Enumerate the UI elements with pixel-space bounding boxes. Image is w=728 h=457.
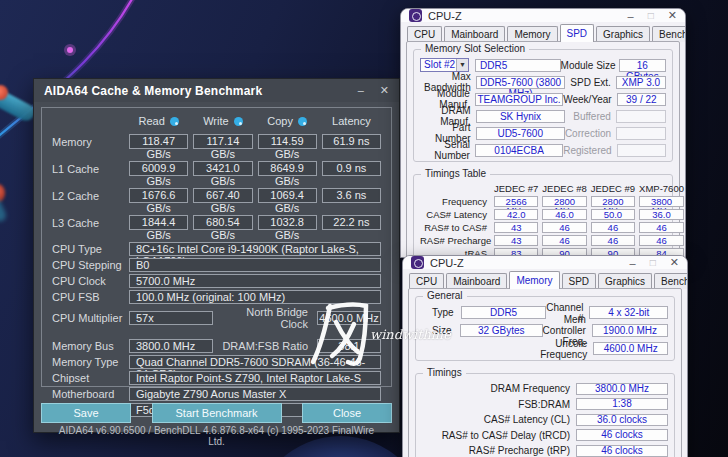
memory-bus-value: 3800.0 MHz — [129, 339, 213, 353]
uncore-row: Uncore Frequency 4600.0 MHz — [422, 341, 668, 356]
correction-label: Correction — [565, 128, 616, 139]
comment-bubble-icon[interactable] — [234, 117, 243, 126]
cpu-type-value: 8C+16c Intel Core i9-14900K (Raptor Lake… — [129, 242, 381, 256]
wallpaper-teal-tube — [0, 87, 37, 124]
group-title: General — [423, 290, 467, 301]
chevron-down-icon[interactable]: ▼ — [456, 59, 468, 71]
cpuz-titlebar[interactable]: CPU-Z – □ ✕ — [403, 256, 687, 269]
ras-to-cas-value: 46 — [639, 222, 684, 233]
size-value: 32 GBytes — [460, 324, 543, 337]
l3-read-value: 1844.4 GB/s — [129, 215, 188, 230]
serial-number-label: Serial Number — [420, 139, 475, 161]
close-icon[interactable]: ✕ — [670, 256, 679, 269]
tab-cpu[interactable]: CPU — [407, 26, 442, 42]
aida64-benchmark-window: AIDA64 Cache & Memory Benchmark – ✕ Read… — [33, 78, 400, 433]
cpu-stepping-value: B0 — [129, 258, 381, 272]
comment-bubble-icon[interactable] — [298, 117, 307, 126]
bench-row-memory: Memory 118.47 GB/s 117.14 GB/s 114.59 GB… — [52, 134, 381, 149]
window-title: CPU-Z — [430, 257, 464, 269]
close-button[interactable]: Close — [302, 403, 392, 423]
mem-controller-freq-value: 1900.0 MHz — [592, 324, 668, 337]
memory-slot-selection-group: Memory Slot Selection Slot #2 ▼ DDR5 Mod… — [413, 49, 673, 162]
row-label: Memory — [52, 136, 124, 148]
timing-row: RAS# to CAS# Delay (tRCD) 46 clocks — [422, 429, 668, 442]
trcd-label: RAS# to CAS# Delay (tRCD) — [422, 430, 576, 441]
column-copy: Copy — [267, 115, 293, 127]
ras-to-cas-value: 46 — [591, 222, 635, 233]
tab-memory[interactable]: Memory — [509, 271, 559, 289]
tab-spd[interactable]: SPD — [560, 24, 595, 42]
cpu-multiplier-value: 57x — [129, 311, 213, 325]
aida64-titlebar[interactable]: AIDA64 Cache & Memory Benchmark – ✕ — [34, 79, 399, 102]
dram-frequency-label: DRAM Frequency — [422, 383, 576, 394]
ras-precharge-value: 46 — [542, 235, 586, 246]
cas-latency-label: CAS# Latency — [420, 209, 490, 220]
trp-value: 46 clocks — [576, 445, 668, 457]
cas-latency-value: 36.0 — [639, 209, 684, 220]
row-label: L1 Cache — [52, 163, 124, 175]
l2-copy-value: 1069.4 GB/s — [258, 188, 317, 203]
minimize-icon[interactable]: – — [630, 257, 636, 269]
memory-type-label: Memory Type — [52, 356, 124, 368]
timing-col-jedec8: JEDEC #8 — [542, 183, 586, 194]
cpuz-titlebar[interactable]: CPU-Z – □ ✕ — [401, 9, 685, 22]
minimize-icon[interactable]: – — [628, 10, 634, 22]
tab-bench[interactable]: Bench — [654, 273, 688, 289]
start-benchmark-button[interactable]: Start Benchmark — [152, 403, 282, 423]
wallpaper-teal-shape — [0, 195, 8, 224]
cpu-multiplier-label: CPU Multiplier — [52, 312, 124, 324]
tab-graphics[interactable]: Graphics — [598, 273, 652, 289]
channel-value: 4 x 32-bit — [589, 306, 668, 319]
cpu-multiplier-row: CPU Multiplier 57x North Bridge Clock 46… — [52, 306, 381, 330]
frequency-value: 3800 MHz — [639, 196, 684, 207]
window-title: CPU-Z — [428, 10, 462, 22]
timing-row: DRAM Frequency 3800.0 MHz — [422, 382, 668, 395]
serial-number-value: 0104ECBA — [475, 144, 563, 157]
slot-selected-value: Slot #2 — [421, 59, 456, 71]
tab-cpu[interactable]: CPU — [409, 273, 444, 289]
timing-row: FSB:DRAM 1:38 — [422, 398, 668, 411]
timing-row: RAS# Precharge (tRP) 46 clocks — [422, 444, 668, 457]
registered-value — [617, 144, 666, 157]
spd-tab-panel: Memory Slot Selection Slot #2 ▼ DDR5 Mod… — [406, 41, 680, 258]
nb-clock-label: North Bridge Clock — [218, 306, 312, 330]
l3-latency-value: 22.2 ns — [322, 215, 381, 230]
save-button[interactable]: Save — [41, 403, 131, 423]
timing-row: CAS# Latency (CL) 36.0 clocks — [422, 413, 668, 426]
slot-select[interactable]: Slot #2 ▼ — [420, 58, 469, 72]
timing-col-xmp: XMP-7600 — [639, 183, 684, 194]
memory-latency-value: 61.9 ns — [322, 134, 381, 149]
window-title: AIDA64 Cache & Memory Benchmark — [44, 84, 262, 98]
cpuz-app-icon — [409, 9, 422, 22]
memory-type-value: Quad Channel DDR5-7600 SDRAM (36-46-46-8… — [129, 355, 381, 369]
minimize-icon[interactable]: – — [358, 79, 364, 102]
tab-bench[interactable]: Bench — [652, 26, 686, 42]
module-size-label: Module Size — [561, 60, 619, 71]
tab-mainboard[interactable]: Mainboard — [444, 26, 505, 42]
registered-label: Registered — [563, 145, 616, 156]
tab-graphics[interactable]: Graphics — [596, 26, 650, 42]
size-row: Size 32 GBytes Mem Controller Freq. 1900… — [422, 323, 668, 338]
benchmark-header-row: Read Write Copy Latency — [52, 115, 381, 127]
close-icon[interactable]: ✕ — [668, 9, 677, 22]
cpu-clock-value: 5700.0 MHz — [129, 274, 381, 288]
l2-read-value: 1676.6 GB/s — [129, 188, 188, 203]
part-number-value: UD5-7600 — [476, 127, 565, 140]
comment-bubble-icon[interactable] — [170, 117, 179, 126]
cl-value: 36.0 clocks — [576, 414, 668, 426]
group-title: Timings — [423, 367, 466, 378]
close-icon[interactable]: ✕ — [380, 79, 389, 102]
group-title: Memory Slot Selection — [421, 43, 529, 54]
memory-bus-label: Memory Bus — [52, 340, 124, 352]
tab-memory[interactable]: Memory — [507, 26, 557, 42]
ras-to-cas-label: RAS# to CAS# — [420, 222, 490, 233]
l3-write-value: 680.54 GB/s — [193, 215, 252, 230]
spd-ext-label: SPD Ext. — [565, 77, 616, 88]
spd-row: Serial Number 0104ECBA Registered — [420, 143, 666, 157]
row-label: L3 Cache — [52, 217, 124, 229]
column-read: Read — [138, 115, 164, 127]
cpuz-app-icon — [411, 256, 424, 269]
tab-spd[interactable]: SPD — [562, 273, 597, 289]
cpuz-memory-window: CPU-Z – □ ✕ CPU Mainboard Memory SPD Gra… — [402, 255, 688, 457]
tab-mainboard[interactable]: Mainboard — [446, 273, 507, 289]
